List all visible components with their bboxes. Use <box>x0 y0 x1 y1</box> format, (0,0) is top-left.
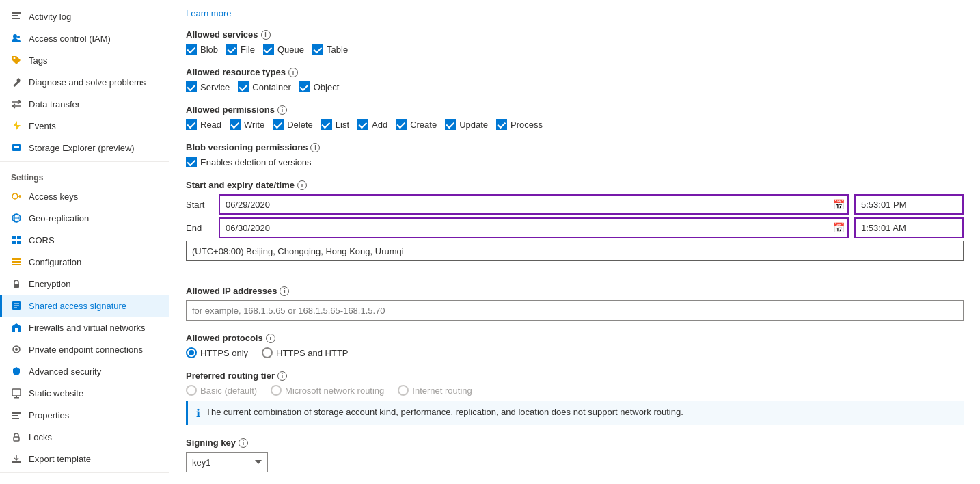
sidebar-item-activity-log[interactable]: Activity log <box>0 5 169 27</box>
radio-https-only[interactable]: HTTPS only <box>186 347 248 358</box>
checkbox-read[interactable]: Read <box>186 119 221 130</box>
sidebar-item-storage-explorer[interactable]: Storage Explorer (preview) <box>0 137 169 159</box>
end-date-calendar-icon[interactable]: 📅 <box>833 222 845 233</box>
checkbox-process-box[interactable] <box>496 119 507 130</box>
checkbox-create-box[interactable] <box>396 119 407 130</box>
checkbox-list-box[interactable] <box>321 119 332 130</box>
radio-https-only-outer[interactable] <box>186 347 197 358</box>
sidebar-item-cors[interactable]: CORS <box>0 229 169 251</box>
sidebar-item-diagnose[interactable]: Diagnose and solve problems <box>0 71 169 93</box>
checkbox-update[interactable]: Update <box>445 119 488 130</box>
sidebar-item-properties[interactable]: Properties <box>0 404 169 426</box>
sidebar: Activity log Access control (IAM) Tags D… <box>0 0 169 484</box>
sidebar-item-tags[interactable]: Tags <box>0 49 169 71</box>
checkbox-delete-box[interactable] <box>273 119 284 130</box>
sidebar-item-advanced-security[interactable]: Advanced security <box>0 360 169 382</box>
allowed-services-info-icon[interactable]: i <box>261 30 271 40</box>
checkbox-queue-box[interactable] <box>263 44 274 55</box>
checkbox-container[interactable]: Container <box>238 81 290 92</box>
sidebar-item-firewalls[interactable]: Firewalls and virtual networks <box>0 317 169 338</box>
checkbox-service-box[interactable] <box>186 81 197 92</box>
checkbox-write[interactable]: Write <box>230 119 264 130</box>
sidebar-item-locks[interactable]: Locks <box>0 426 169 448</box>
sidebar-item-data-transfer[interactable]: Data transfer <box>0 93 169 115</box>
learn-more-link[interactable]: Learn more <box>186 8 964 18</box>
sidebar-item-shared-access-signature[interactable]: Shared access signature <box>0 295 169 317</box>
sidebar-item-access-control[interactable]: Access control (IAM) <box>0 27 169 49</box>
radio-basic-default[interactable]: Basic (default) <box>186 385 257 396</box>
blob-service-header: Blob service <box>0 476 169 484</box>
checkbox-blob[interactable]: Blob <box>186 44 218 55</box>
allowed-protocols-label: Allowed protocols i <box>186 333 964 343</box>
sidebar-item-encryption[interactable]: Encryption <box>0 273 169 295</box>
checkbox-create[interactable]: Create <box>396 119 437 130</box>
svg-rect-26 <box>16 396 17 397</box>
lock-icon <box>11 278 22 289</box>
timezone-input[interactable] <box>186 241 964 261</box>
checkbox-write-box[interactable] <box>230 119 241 130</box>
checkbox-table[interactable]: Table <box>312 44 348 55</box>
allowed-protocols-info-icon[interactable]: i <box>266 334 275 343</box>
end-date-row: End 📅 <box>186 217 964 238</box>
radio-basic-default-outer[interactable] <box>186 385 197 396</box>
allowed-permissions-info-icon[interactable]: i <box>277 105 287 115</box>
start-expiry-info-icon[interactable]: i <box>297 180 307 190</box>
sidebar-item-private-endpoint[interactable]: Private endpoint connections <box>0 338 169 360</box>
allowed-ip-info-icon[interactable]: i <box>280 286 289 296</box>
checkbox-enables-deletion-box[interactable] <box>186 157 197 167</box>
end-time-input[interactable] <box>854 217 964 238</box>
signature-icon <box>11 300 22 311</box>
end-date-input[interactable] <box>219 217 849 238</box>
blob-versioning-section: Blob versioning permissions i Enables de… <box>186 142 964 167</box>
allowed-permissions-section: Allowed permissions i Read Write Delete … <box>186 105 964 130</box>
checkbox-table-box[interactable] <box>312 44 323 55</box>
sidebar-item-events[interactable]: Events <box>0 115 169 137</box>
preferred-routing-info-icon[interactable]: i <box>277 371 287 381</box>
checkbox-update-box[interactable] <box>445 119 456 130</box>
radio-internet-routing[interactable]: Internet routing <box>398 385 472 396</box>
radio-internet-routing-outer[interactable] <box>398 385 409 396</box>
checkbox-container-box[interactable] <box>238 81 249 92</box>
checkbox-process[interactable]: Process <box>496 119 543 130</box>
sidebar-item-export-template[interactable]: Export template <box>0 448 169 470</box>
radio-microsoft-network-outer[interactable] <box>271 385 282 396</box>
checkbox-list[interactable]: List <box>321 119 349 130</box>
sidebar-item-access-keys[interactable]: Access keys <box>0 185 169 207</box>
svg-point-8 <box>12 193 18 199</box>
blob-versioning-checkboxes: Enables deletion of versions <box>186 157 964 167</box>
sidebar-item-geo-replication[interactable]: Geo-replication <box>0 207 169 229</box>
checkbox-service[interactable]: Service <box>186 81 230 92</box>
start-date-input[interactable] <box>219 194 849 215</box>
checkbox-file-box[interactable] <box>226 44 237 55</box>
checkbox-file[interactable]: File <box>226 44 255 55</box>
checkbox-read-box[interactable] <box>186 119 197 130</box>
radio-internet-routing-label: Internet routing <box>412 386 472 396</box>
checkbox-add-box[interactable] <box>357 119 368 130</box>
svg-rect-7 <box>14 146 19 148</box>
checkbox-object[interactable]: Object <box>299 81 340 92</box>
start-date-wrapper: 📅 <box>219 194 849 215</box>
sidebar-item-static-website[interactable]: Static website <box>0 382 169 404</box>
signing-key-label: Signing key i <box>186 438 964 448</box>
allowed-ip-input[interactable] <box>186 300 964 321</box>
radio-microsoft-network[interactable]: Microsoft network routing <box>271 385 384 396</box>
signing-key-select[interactable]: key1 key2 <box>186 452 268 472</box>
checkbox-blob-box[interactable] <box>186 44 197 55</box>
svg-rect-19 <box>14 284 19 288</box>
radio-https-and-http-outer[interactable] <box>262 347 273 358</box>
start-time-input[interactable] <box>854 194 964 215</box>
radio-https-and-http[interactable]: HTTPS and HTTP <box>262 347 348 358</box>
allowed-resource-types-info-icon[interactable]: i <box>288 68 298 77</box>
allowed-services-checkboxes: Blob File Queue Table <box>186 44 964 55</box>
checkbox-delete[interactable]: Delete <box>273 119 313 130</box>
checkbox-object-box[interactable] <box>299 81 310 92</box>
checkbox-enables-deletion[interactable]: Enables deletion of versions <box>186 157 312 167</box>
start-date-calendar-icon[interactable]: 📅 <box>833 199 845 210</box>
export-icon <box>11 453 22 464</box>
checkbox-add[interactable]: Add <box>357 119 387 130</box>
checkbox-queue[interactable]: Queue <box>263 44 304 55</box>
sidebar-label-configuration: Configuration <box>29 257 81 267</box>
signing-key-info-icon[interactable]: i <box>239 438 248 448</box>
blob-versioning-info-icon[interactable]: i <box>310 143 320 152</box>
sidebar-item-configuration[interactable]: Configuration <box>0 251 169 273</box>
